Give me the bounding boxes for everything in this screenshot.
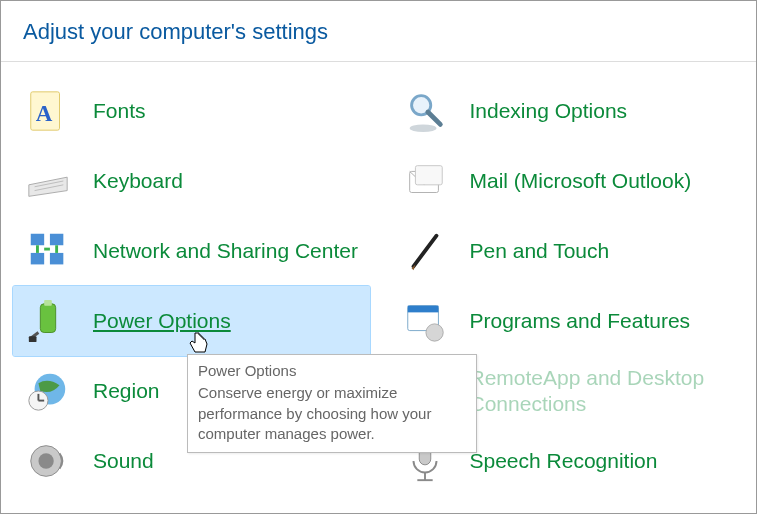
pen-icon [398, 224, 452, 278]
svg-line-3 [427, 112, 439, 124]
item-label: Keyboard [75, 168, 183, 194]
network-icon [21, 224, 75, 278]
svg-text:A: A [36, 101, 53, 126]
svg-rect-10 [31, 234, 44, 246]
fonts-icon: A [21, 84, 75, 138]
sound-icon [21, 434, 75, 488]
item-indexing-options[interactable]: Indexing Options [390, 76, 747, 146]
magnifier-icon [398, 84, 452, 138]
item-label: Speech Recognition [452, 448, 658, 474]
svg-rect-12 [31, 253, 44, 264]
tooltip-body: Conserve energy or maximize performance … [198, 383, 466, 444]
item-label: RemoteApp and Desktop Connections [452, 365, 739, 418]
item-label: Power Options [75, 308, 231, 334]
item-label: Region [75, 378, 160, 404]
item-programs-features[interactable]: Programs and Features [390, 286, 747, 356]
item-label: Mail (Microsoft Outlook) [452, 168, 692, 194]
item-power-options[interactable]: Power Options [13, 286, 370, 356]
svg-rect-23 [407, 306, 438, 313]
svg-rect-11 [50, 234, 63, 246]
region-icon [21, 364, 75, 418]
item-fonts[interactable]: A Fonts [13, 76, 370, 146]
svg-point-4 [409, 124, 436, 132]
page-title: Adjust your computer's settings [1, 1, 756, 62]
svg-rect-20 [44, 300, 52, 306]
keyboard-icon [21, 154, 75, 208]
item-label: Programs and Features [452, 308, 691, 334]
tooltip-title: Power Options [198, 361, 466, 381]
svg-line-17 [413, 236, 436, 267]
programs-icon [398, 294, 452, 348]
svg-point-33 [38, 453, 53, 468]
svg-rect-13 [50, 253, 63, 264]
item-label: Fonts [75, 98, 146, 124]
power-icon [21, 294, 75, 348]
item-keyboard[interactable]: Keyboard [13, 146, 370, 216]
item-mail[interactable]: Mail (Microsoft Outlook) [390, 146, 747, 216]
item-pen-touch[interactable]: Pen and Touch [390, 216, 747, 286]
item-label: Pen and Touch [452, 238, 610, 264]
item-label: Network and Sharing Center [75, 238, 358, 264]
item-label: Indexing Options [452, 98, 628, 124]
mail-icon [398, 154, 452, 208]
item-network-sharing[interactable]: Network and Sharing Center [13, 216, 370, 286]
svg-rect-19 [40, 304, 55, 333]
svg-rect-21 [29, 336, 37, 342]
svg-rect-9 [415, 166, 442, 185]
svg-point-24 [425, 324, 442, 341]
item-label: Sound [75, 448, 154, 474]
tooltip: Power Options Conserve energy or maximiz… [187, 354, 477, 453]
